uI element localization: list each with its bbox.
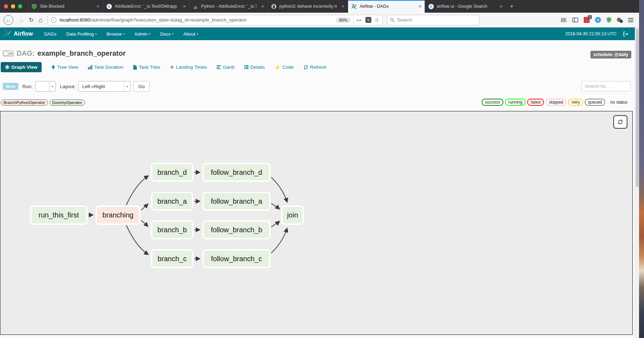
dag-node-branch-b[interactable]: branch_b [151, 220, 193, 239]
node-label: branch_d [157, 168, 187, 177]
dag-node-branch-d[interactable]: branch_d [151, 163, 193, 182]
dag-graph-canvas[interactable]: run_this_first branching branch_d follow… [0, 111, 633, 335]
dag-node-follow-branch-c[interactable]: follow_branch_c [202, 249, 271, 268]
airflow-logo-icon [4, 30, 11, 38]
tab-graph-view[interactable]: Graph View [1, 62, 42, 72]
dag-node-run-this-first[interactable]: run_this_first [30, 205, 87, 225]
caret-down-icon: ▾ [124, 81, 130, 91]
airflow-icon [351, 4, 357, 9]
tab-tree-view[interactable]: Tree View [51, 64, 78, 70]
tab-python-attributeerror[interactable]: Python - AttributeError: '_io.Te × [189, 0, 267, 13]
site-info-icon[interactable]: i [51, 17, 56, 23]
nav-item-about[interactable]: About▾ [178, 27, 203, 40]
adblock-extension-icon[interactable]: ⋯ 1 [584, 17, 590, 23]
url-host: localhost:8080 [60, 17, 90, 23]
tab-site-blocked[interactable]: Site Blocked × [28, 0, 103, 13]
search-input[interactable] [397, 17, 476, 23]
shield-extension-icon[interactable] [606, 17, 612, 23]
tab-title: python3: behave incorrectly mo [279, 4, 337, 9]
nav-item-dags[interactable]: DAGs [39, 27, 61, 40]
caret-down-icon: ▾ [149, 32, 150, 36]
nav-item-docs[interactable]: Docs▾ [155, 27, 178, 40]
close-window-button[interactable] [4, 4, 8, 8]
schedule-badge: schedule: @daily [590, 51, 631, 59]
home-button[interactable]: ⌂ [38, 16, 42, 24]
nav-item-admin[interactable]: Admin▾ [129, 27, 155, 40]
legend-branchpythonoperator: BranchPythonOperator [1, 99, 48, 106]
blue-extension-icon[interactable]: v [595, 17, 601, 23]
dag-node-follow-branch-d[interactable]: follow_branch_d [202, 163, 271, 182]
run-select[interactable]: ▾ [35, 81, 56, 92]
dag-node-follow-branch-a[interactable]: follow_branch_a [202, 192, 271, 211]
ghostery-extension-icon[interactable] [617, 17, 623, 23]
zoom-level-badge[interactable]: 80% [336, 17, 351, 23]
tab-task-tries[interactable]: Task Tries [133, 64, 160, 70]
dag-node-join[interactable]: join [281, 205, 304, 225]
new-tab-button[interactable]: + [506, 0, 518, 13]
go-button[interactable]: Go [133, 81, 150, 92]
page-scrollbar[interactable] [635, 27, 639, 338]
close-tab-icon[interactable]: × [342, 4, 345, 9]
tab-python3-behave[interactable]: python3: behave incorrectly mo × [267, 0, 348, 13]
nav-item-data-profiling[interactable]: Data Profiling▾ [61, 27, 102, 40]
browser-search-bar[interactable] [387, 15, 479, 25]
close-tab-icon[interactable]: × [97, 4, 99, 9]
url-bar[interactable]: i localhost:8080/admin/airflow/graph?exe… [48, 15, 383, 25]
node-label: branch_a [157, 197, 187, 205]
dag-name: example_branch_operator [37, 49, 126, 57]
dag-edges [0, 111, 633, 335]
google-icon: G [428, 4, 434, 9]
legend-status-retry: retry [568, 99, 583, 106]
dag-node-branching[interactable]: branching [96, 205, 140, 225]
tab-task-duration[interactable]: Task Duration [88, 64, 123, 70]
graph-refresh-button[interactable] [613, 115, 627, 129]
caret-down-icon: ▾ [123, 32, 124, 36]
layout-select[interactable]: Left->Right ▾ [78, 81, 130, 92]
extension-badge: 1 [588, 15, 592, 19]
page-actions-icon[interactable]: ••• [357, 18, 362, 22]
close-tab-icon[interactable]: × [261, 4, 264, 9]
github-icon [271, 4, 277, 9]
tab-details[interactable]: Details [244, 64, 265, 70]
dag-node-branch-c[interactable]: branch_c [151, 249, 193, 268]
tab-title: AttributeError: '_io.TextIOWrapp [115, 4, 178, 9]
library-icon[interactable] [560, 17, 567, 23]
close-tab-icon[interactable]: × [500, 4, 503, 9]
tab-landing-times[interactable]: ✈ Landing Times [170, 64, 207, 70]
node-label: join [287, 211, 298, 219]
minimize-window-button[interactable] [11, 4, 15, 8]
zoom-window-button[interactable] [18, 4, 22, 8]
tab-airflow-dags[interactable]: Airflow - DAGs × [348, 0, 425, 13]
tab-gantt[interactable]: Gantt [217, 64, 235, 70]
dag-node-branch-a[interactable]: branch_a [151, 192, 193, 211]
sidebar-icon[interactable] [572, 17, 578, 23]
legend-status-running: running [505, 99, 525, 106]
dag-pause-toggle[interactable]: Off [3, 50, 14, 56]
forward-button[interactable]: → [18, 17, 24, 23]
scrollbar-thumb[interactable] [636, 29, 639, 187]
dag-node-follow-branch-b[interactable]: follow_branch_b [202, 220, 271, 239]
back-button[interactable]: ← [4, 15, 13, 25]
menu-icon[interactable] [628, 18, 633, 22]
tab-refresh[interactable]: Refresh [303, 64, 327, 70]
browser-toolbar: ← → ↻ ⌂ i localhost:8080/admin/airflow/g… [0, 13, 639, 27]
tab-code[interactable]: ⚡ Code [274, 64, 294, 70]
legend-status-no-status: no status [607, 99, 631, 106]
toolbar-extensions: ⋯ 1 v [560, 17, 639, 23]
nav-item-browse[interactable]: Browse▾ [102, 27, 129, 40]
close-tab-icon[interactable]: × [419, 4, 421, 9]
tab-airflow-ui-search[interactable]: G airflow ui - Google Search × [425, 0, 506, 13]
pocket-icon[interactable]: ∨ [365, 17, 371, 23]
divider [353, 17, 354, 24]
airflow-brand[interactable]: Airflow [4, 30, 33, 38]
logout-icon[interactable] [623, 31, 628, 37]
url-text[interactable]: localhost:8080/admin/airflow/graph?execu… [60, 17, 336, 23]
task-search-input[interactable] [581, 81, 631, 91]
bookmark-star-icon[interactable]: ☆ [375, 17, 379, 23]
node-label: branch_c [158, 255, 187, 263]
reload-button[interactable]: ↻ [29, 17, 34, 23]
window-bottom-edge [0, 335, 639, 338]
list-icon [244, 65, 249, 69]
tab-attributeerror[interactable]: G AttributeError: '_io.TextIOWrapp × [103, 0, 189, 13]
close-tab-icon[interactable]: × [183, 4, 186, 9]
